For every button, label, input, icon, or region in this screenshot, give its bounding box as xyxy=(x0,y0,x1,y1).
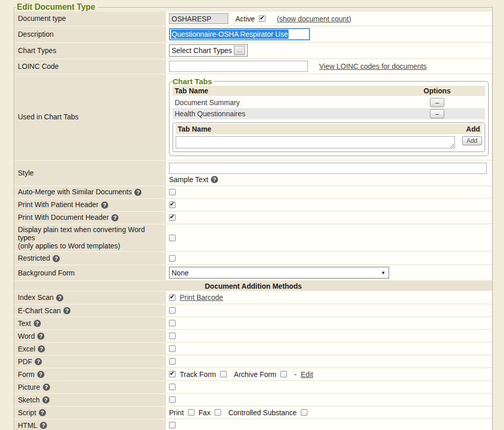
chart-tab-row: Document Summary – xyxy=(173,97,485,108)
used-in-chart-tabs-label: Used in Chart Tabs xyxy=(15,74,166,161)
script-label: Script xyxy=(15,407,166,419)
script-print-checkbox[interactable] xyxy=(188,409,195,416)
remove-tab-button[interactable]: – xyxy=(430,98,444,107)
print-barcode-link[interactable]: Print Barcode xyxy=(180,293,223,301)
add-tab-header-row: Tab Name Add xyxy=(176,124,482,134)
script-help-icon[interactable] xyxy=(39,409,46,416)
auto-merge-help-icon[interactable] xyxy=(134,189,141,196)
print-document-header-checkbox[interactable] xyxy=(169,214,176,221)
style-label: Style xyxy=(15,161,166,186)
row-auto-merge: Auto-Merge with Similar Documents xyxy=(15,186,492,199)
html-help-icon[interactable] xyxy=(40,422,47,429)
archive-form-checkbox[interactable] xyxy=(280,371,287,377)
index-scan-help-icon[interactable] xyxy=(56,294,63,301)
add-tab-box: Tab Name Add Add xyxy=(173,122,485,152)
print-document-header-label: Print With Document Header xyxy=(15,212,166,224)
display-plain-text-checkbox[interactable] xyxy=(169,235,176,241)
select-chart-types-button[interactable]: ... xyxy=(234,46,245,55)
options-column-header: Options xyxy=(391,87,483,95)
description-selected-text: Questionnaire-OSHA Respirator Use xyxy=(171,30,289,39)
restricted-label: Restricted xyxy=(15,252,166,265)
sample-text-label: Sample Text xyxy=(169,175,208,184)
row-loinc-code: LOINC Code View LOINC codes for document… xyxy=(15,59,492,74)
description-label: Description xyxy=(15,27,166,43)
chart-tab-name: Health Questionnaires xyxy=(175,110,391,118)
controlled-substance-label: Controlled Substance xyxy=(228,409,297,417)
row-restricted: Restricted xyxy=(15,252,492,265)
background-form-selected-value: None xyxy=(172,269,188,277)
picture-label: Picture xyxy=(15,381,166,394)
script-print-label: Print xyxy=(169,409,184,417)
row-picture: Picture xyxy=(15,381,492,394)
document-type-label: Document type xyxy=(15,12,166,27)
add-tab-button[interactable]: Add xyxy=(462,136,482,145)
row-sketch: Sketch xyxy=(15,394,492,407)
add-tab-name-column-header: Tab Name xyxy=(178,125,459,133)
active-checkbox[interactable] xyxy=(259,15,266,22)
print-patient-header-help-icon[interactable] xyxy=(101,201,108,209)
display-plain-text-label: Display plain text when converting Word … xyxy=(15,224,166,252)
chart-tab-name: Document Summary xyxy=(175,98,391,107)
track-form-label: Track Form xyxy=(180,370,216,378)
controlled-substance-checkbox[interactable] xyxy=(301,409,307,416)
description-input[interactable]: Questionnaire-OSHA Respirator Use xyxy=(169,28,310,40)
chart-tabs-title: Chart Tabs xyxy=(173,77,214,86)
word-checkbox[interactable] xyxy=(169,333,176,339)
picture-checkbox[interactable] xyxy=(169,384,176,390)
restricted-help-icon[interactable] xyxy=(53,255,60,262)
html-checkbox[interactable] xyxy=(169,422,176,428)
index-scan-label: Index Scan xyxy=(15,291,166,305)
text-checkbox[interactable] xyxy=(169,320,176,326)
word-help-icon[interactable] xyxy=(37,333,44,340)
html-label: HTML xyxy=(15,419,166,430)
restricted-checkbox[interactable] xyxy=(169,255,176,262)
print-document-header-help-icon[interactable] xyxy=(111,214,118,221)
form-checkbox[interactable] xyxy=(169,371,176,377)
pdf-checkbox[interactable] xyxy=(169,358,176,365)
sample-text-help-icon[interactable] xyxy=(211,176,218,183)
echart-scan-help-icon[interactable] xyxy=(63,307,70,314)
form-help-icon[interactable] xyxy=(37,371,44,378)
document-type-form: Document type Active (show document coun… xyxy=(15,12,492,430)
auto-merge-checkbox[interactable] xyxy=(169,189,176,195)
sketch-help-icon[interactable] xyxy=(42,396,50,403)
active-label: Active xyxy=(235,15,255,23)
script-fax-label: Fax xyxy=(199,409,210,417)
sketch-checkbox[interactable] xyxy=(169,396,176,403)
row-html: HTML xyxy=(15,419,492,430)
page-title: Edit Document Type xyxy=(16,3,98,12)
row-style: Style Sample Text xyxy=(15,161,492,186)
remove-tab-button[interactable]: – xyxy=(430,109,444,118)
pdf-help-icon[interactable] xyxy=(35,358,42,365)
excel-help-icon[interactable] xyxy=(38,345,45,352)
background-form-select[interactable]: None ▼ xyxy=(169,267,389,279)
row-echart-scan: E-Chart Scan xyxy=(15,305,492,317)
auto-merge-label: Auto-Merge with Similar Documents xyxy=(15,186,166,199)
background-form-label: Background Form xyxy=(15,265,166,281)
add-column-header: Add xyxy=(459,125,480,133)
new-tab-name-textarea[interactable] xyxy=(176,136,455,148)
track-form-checkbox[interactable] xyxy=(220,371,227,377)
style-input[interactable] xyxy=(169,163,487,174)
show-document-count-link[interactable]: (show document count) xyxy=(277,15,351,23)
script-fax-checkbox[interactable] xyxy=(214,409,221,416)
picture-help-icon[interactable] xyxy=(43,384,50,391)
form-label: Form xyxy=(15,368,166,381)
echart-scan-checkbox[interactable] xyxy=(169,307,176,314)
loinc-code-label: LOINC Code xyxy=(15,59,166,74)
page: { "page": { "legend": "Edit Document Typ… xyxy=(0,0,504,430)
row-print-patient-header: Print With Patient Header xyxy=(15,199,492,212)
print-patient-header-checkbox[interactable] xyxy=(169,201,176,208)
row-index-scan: Index Scan Print Barcode xyxy=(15,291,492,305)
edit-form-link[interactable]: Edit xyxy=(301,370,313,378)
chart-types-label: Chart Types xyxy=(15,43,166,59)
excel-checkbox[interactable] xyxy=(169,345,176,352)
loinc-code-input[interactable] xyxy=(169,61,308,72)
text-help-icon[interactable] xyxy=(34,320,41,327)
excel-label: Excel xyxy=(15,343,166,356)
archive-form-label: Archive Form xyxy=(234,370,276,378)
view-loinc-codes-link[interactable]: View LOINC codes for documents xyxy=(319,62,427,70)
edit-document-type-fieldset: Edit Document Type Document type Active … xyxy=(14,3,493,430)
form-dash-text: - xyxy=(294,370,297,378)
index-scan-checkbox[interactable] xyxy=(169,294,176,301)
